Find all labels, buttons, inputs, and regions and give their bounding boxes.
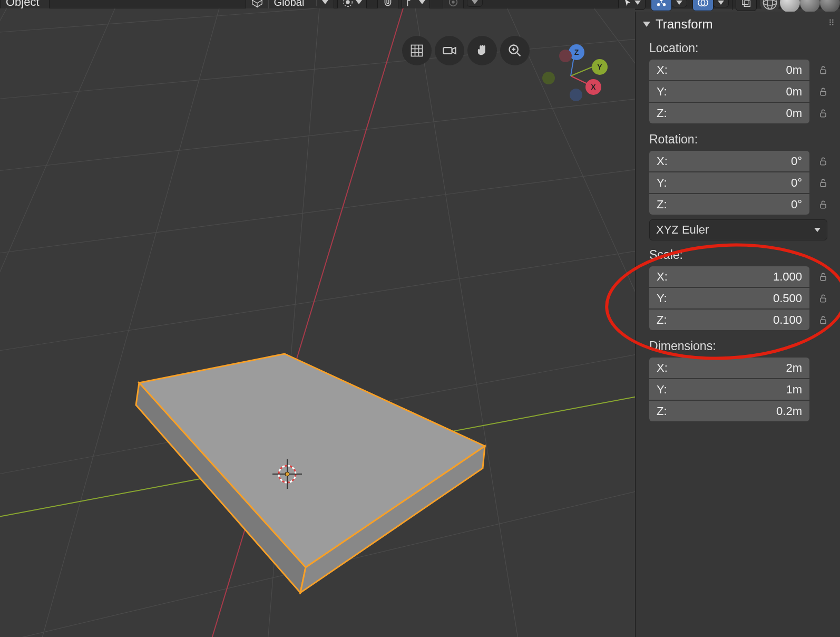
viewport-header: Object Global xyxy=(0,0,840,8)
divider xyxy=(732,0,732,10)
svg-rect-43 xyxy=(443,47,452,54)
chevron-down-icon xyxy=(718,1,724,5)
svg-line-14 xyxy=(0,8,635,40)
gizmo-options-button[interactable] xyxy=(671,0,687,7)
view-zoom-button[interactable] xyxy=(500,36,530,65)
svg-line-17 xyxy=(0,156,635,267)
gizmo-y-pos[interactable]: Y xyxy=(592,59,608,75)
svg-rect-59 xyxy=(821,320,826,324)
hand-icon xyxy=(475,43,490,58)
snap-increment-icon xyxy=(406,0,417,7)
location-x-input[interactable]: X: 0m xyxy=(649,60,809,80)
svg-rect-38 xyxy=(412,45,423,56)
panel-collapse-icon[interactable] xyxy=(643,22,650,27)
svg-point-12 xyxy=(764,0,777,5)
svg-rect-52 xyxy=(821,91,826,95)
overlays-icon xyxy=(697,0,709,8)
dimensions-fields: X: 2m Y: 1m Z: 0.2m xyxy=(636,358,840,422)
chevron-down-icon xyxy=(676,1,682,5)
proportional-icon xyxy=(447,0,459,8)
viewport-controls xyxy=(402,36,530,65)
zoom-icon xyxy=(507,43,522,58)
transform-panel: Transform ⠿ Location: X: 0m Y: 0m Z: 0m xyxy=(635,12,840,637)
rotation-label: Rotation: xyxy=(636,128,840,151)
grid-icon xyxy=(409,43,424,58)
xray-toggle[interactable] xyxy=(736,0,757,11)
location-z-input[interactable]: Z: 0m xyxy=(649,103,809,123)
3d-viewport[interactable]: X Y Z xyxy=(0,8,635,637)
gizmo-icon xyxy=(656,0,667,8)
view-pan-button[interactable] xyxy=(467,36,497,65)
pivot-icon xyxy=(342,0,354,8)
scale-fields: X: 1.000 Y: 0.500 Z: 0.100 xyxy=(636,266,840,331)
wireframe-sphere-icon xyxy=(762,0,778,11)
overlays-options-button[interactable] xyxy=(713,0,729,7)
panel-drag-icon[interactable]: ⠿ xyxy=(828,18,836,28)
lock-icon[interactable] xyxy=(816,65,831,75)
svg-rect-51 xyxy=(821,70,826,74)
svg-rect-58 xyxy=(821,298,826,302)
nav-gizmo[interactable]: X Y Z xyxy=(539,44,602,108)
panel-title: Transform xyxy=(656,17,712,32)
shading-matprev-button[interactable] xyxy=(800,0,820,13)
rotation-y-input[interactable]: Y: 0° xyxy=(649,172,809,193)
svg-rect-54 xyxy=(821,161,826,165)
svg-line-45 xyxy=(517,53,521,56)
lock-icon[interactable] xyxy=(816,178,831,188)
location-fields: X: 0m Y: 0m Z: 0m xyxy=(636,60,840,124)
dimensions-label: Dimensions: xyxy=(636,335,840,358)
gizmo-x-pos[interactable]: X xyxy=(585,79,601,95)
svg-point-3 xyxy=(452,1,455,4)
dimensions-y-input[interactable]: Y: 1m xyxy=(649,379,809,400)
lock-icon[interactable] xyxy=(816,108,831,119)
svg-line-21 xyxy=(0,8,21,637)
rotation-fields: X: 0° Y: 0° Z: 0° xyxy=(636,151,840,215)
shading-wireframe-button[interactable] xyxy=(760,0,780,13)
svg-line-18 xyxy=(0,235,635,367)
view-camera-button[interactable] xyxy=(402,36,432,65)
lock-icon[interactable] xyxy=(816,293,831,304)
shading-solid-button[interactable] xyxy=(780,0,800,13)
svg-rect-57 xyxy=(821,276,826,281)
proportional-falloff-select[interactable] xyxy=(467,0,483,7)
rotation-order-select[interactable]: XYZ Euler xyxy=(649,219,827,240)
lock-icon[interactable] xyxy=(816,86,831,97)
gizmo-visibility-button[interactable] xyxy=(651,0,672,11)
svg-point-13 xyxy=(767,0,773,9)
chevron-down-icon xyxy=(356,0,362,4)
svg-point-0 xyxy=(346,0,349,4)
dimensions-x-input[interactable]: X: 2m xyxy=(649,358,809,378)
rotation-x-input[interactable]: X: 0° xyxy=(649,151,809,171)
svg-rect-10 xyxy=(744,1,750,6)
location-label: Location: xyxy=(636,37,840,60)
view-camera-toggle[interactable] xyxy=(435,36,464,65)
cursor-icon xyxy=(623,0,632,7)
chevron-down-icon xyxy=(472,0,478,4)
scale-z-input[interactable]: Z: 0.100 xyxy=(649,310,809,330)
location-y-input[interactable]: Y: 0m xyxy=(649,81,809,102)
gizmo-z-neg[interactable] xyxy=(570,89,582,101)
chevron-down-icon xyxy=(419,0,425,4)
rotation-z-input[interactable]: Z: 0° xyxy=(649,194,809,215)
svg-line-22 xyxy=(0,8,126,637)
lock-icon[interactable] xyxy=(816,272,831,282)
scale-x-input[interactable]: X: 1.000 xyxy=(649,266,809,287)
overlays-visibility-button[interactable] xyxy=(692,0,714,11)
gizmo-x-neg[interactable] xyxy=(559,50,572,62)
shading-rendered-button[interactable] xyxy=(820,0,840,13)
dimensions-z-input[interactable]: Z: 0.2m xyxy=(649,401,809,421)
chevron-down-icon xyxy=(316,0,334,6)
panel-header[interactable]: Transform ⠿ xyxy=(636,12,840,37)
svg-rect-56 xyxy=(821,204,826,208)
svg-line-25 xyxy=(411,8,527,637)
magnet-icon xyxy=(382,0,394,8)
gizmo-y-neg[interactable] xyxy=(542,72,555,84)
scale-label: Scale: xyxy=(636,244,840,266)
scale-y-input[interactable]: Y: 0.500 xyxy=(649,288,809,308)
chevron-down-icon xyxy=(814,228,821,232)
lock-icon[interactable] xyxy=(816,156,831,167)
lock-icon[interactable] xyxy=(816,315,831,325)
lock-icon[interactable] xyxy=(816,199,831,210)
chevron-down-icon xyxy=(634,1,641,5)
svg-point-4 xyxy=(660,0,663,1)
